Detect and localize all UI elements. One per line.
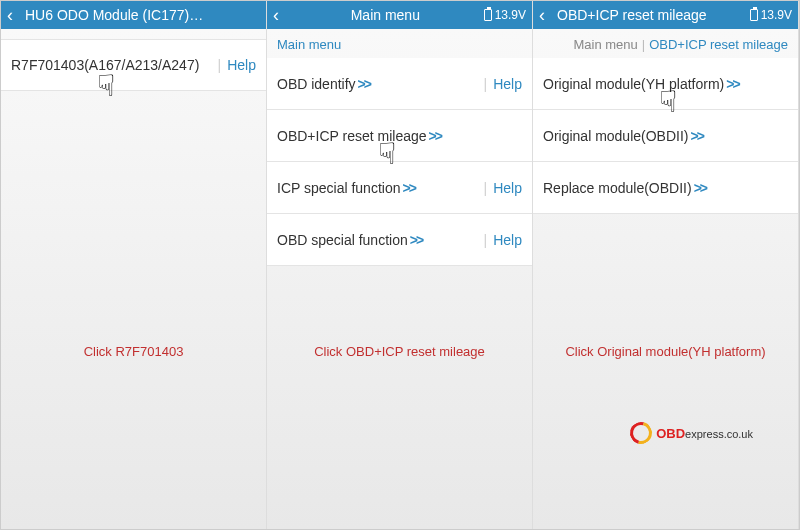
voltage-indicator: 13.9V — [750, 8, 792, 22]
title: OBD+ICP reset mileage — [557, 7, 746, 23]
pointer-icon: ☟ — [97, 68, 115, 103]
voltage-value: 13.9V — [495, 8, 526, 22]
logo-text-1: OBD — [656, 426, 685, 441]
divider: | — [484, 76, 488, 92]
breadcrumb: Main menu — [267, 29, 532, 58]
battery-icon — [484, 9, 492, 21]
voltage-value: 13.9V — [761, 8, 792, 22]
caption: Click R7F701403 — [1, 344, 266, 359]
menu-label: OBD+ICP reset mileage >> — [277, 128, 522, 144]
menu-item-obd-special[interactable]: OBD special function >> | Help — [267, 214, 532, 266]
voltage-indicator: 13.9V — [484, 8, 526, 22]
chevron-right-icon: >> — [358, 76, 370, 92]
titlebar: ‹ HU6 ODO Module (IC177)… — [1, 1, 266, 29]
menu-label: Replace module(OBDII) >> — [543, 180, 788, 196]
panel-module-select: ‹ HU6 ODO Module (IC177)… R7F701403(A167… — [1, 1, 267, 529]
titlebar: ‹ OBD+ICP reset mileage 13.9V — [533, 1, 798, 29]
menu-item-obd-icp-reset[interactable]: OBD+ICP reset mileage >> ☟ — [267, 110, 532, 162]
title: HU6 ODO Module (IC177)… — [25, 7, 260, 23]
breadcrumb-root[interactable]: Main menu — [573, 37, 637, 52]
logo-text-2: express — [685, 428, 724, 440]
titlebar: ‹ Main menu 13.9V — [267, 1, 532, 29]
back-icon[interactable]: ‹ — [539, 6, 553, 24]
logo-ring-icon — [626, 418, 656, 448]
logo-text-3: .co.uk — [724, 428, 753, 440]
divider: | — [484, 180, 488, 196]
back-icon[interactable]: ‹ — [273, 6, 287, 24]
chevron-right-icon: >> — [694, 180, 706, 196]
menu-item-icp-special[interactable]: ICP special function >> | Help — [267, 162, 532, 214]
back-icon[interactable]: ‹ — [7, 6, 21, 24]
menu-item-obd-identify[interactable]: OBD identify >> | Help — [267, 58, 532, 110]
module-label: R7F701403(A167/A213/A247) — [11, 57, 212, 73]
caption: Click Original module(YH platform) — [533, 344, 798, 359]
help-link[interactable]: Help — [227, 57, 256, 73]
menu-item-original-yh[interactable]: Original module(YH platform) >> ☟ — [533, 58, 798, 110]
help-link[interactable]: Help — [493, 232, 522, 248]
logo: OBDexpress.co.uk — [630, 422, 753, 444]
menu-label: Original module(OBDII) >> — [543, 128, 788, 144]
menu-label: OBD identify >> — [277, 76, 478, 92]
menu-label: OBD special function >> — [277, 232, 478, 248]
menu-item-original-obd2[interactable]: Original module(OBDII) >> — [533, 110, 798, 162]
breadcrumb: Main menu | OBD+ICP reset mileage — [533, 29, 798, 58]
module-row[interactable]: R7F701403(A167/A213/A247) | Help ☟ — [1, 39, 266, 91]
chevron-right-icon: >> — [402, 180, 414, 196]
chevron-right-icon: >> — [691, 128, 703, 144]
help-link[interactable]: Help — [493, 76, 522, 92]
panel-main-menu: ‹ Main menu 13.9V Main menu OBD identify… — [267, 1, 533, 529]
chevron-right-icon: >> — [410, 232, 422, 248]
menu-label: ICP special function >> — [277, 180, 478, 196]
breadcrumb-root[interactable]: Main menu — [277, 37, 341, 52]
caption: Click OBD+ICP reset mileage — [267, 344, 532, 359]
divider: | — [642, 37, 645, 52]
menu-item-replace-obd2[interactable]: Replace module(OBDII) >> — [533, 162, 798, 214]
chevron-right-icon: >> — [429, 128, 441, 144]
menu-label: Original module(YH platform) >> — [543, 76, 788, 92]
divider: | — [484, 232, 488, 248]
breadcrumb-active: OBD+ICP reset mileage — [649, 37, 788, 52]
title: Main menu — [291, 7, 480, 23]
help-link[interactable]: Help — [493, 180, 522, 196]
chevron-right-icon: >> — [726, 76, 738, 92]
panel-reset-mileage: ‹ OBD+ICP reset mileage 13.9V Main menu … — [533, 1, 799, 529]
divider: | — [218, 57, 222, 73]
battery-icon — [750, 9, 758, 21]
